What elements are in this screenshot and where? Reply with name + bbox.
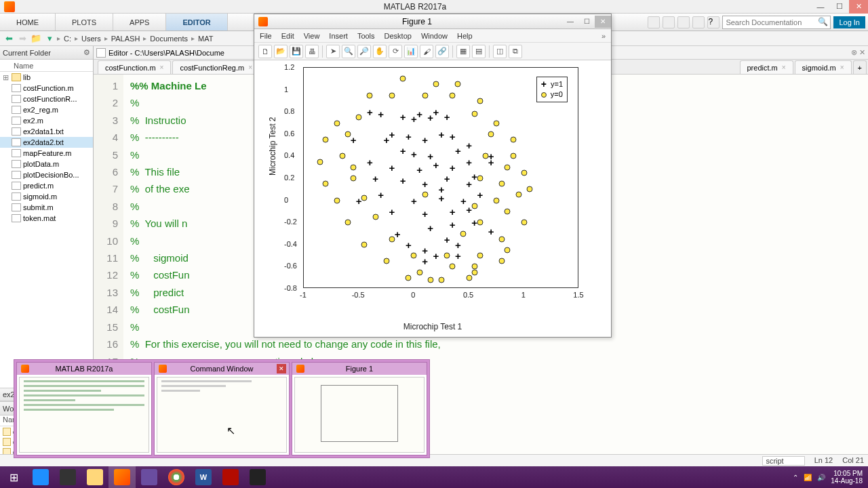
minimize-button[interactable]: — <box>811 0 830 14</box>
file-row[interactable]: sigmoid.m <box>0 191 93 202</box>
file-row[interactable]: mapFeature.m <box>0 148 93 159</box>
open-icon[interactable]: 📂 <box>274 45 288 58</box>
file-row[interactable]: ex2data1.txt <box>0 126 93 137</box>
search-icon[interactable]: 🔍 <box>818 17 828 26</box>
quick-access-icon[interactable] <box>663 16 675 28</box>
taskbar-app[interactable] <box>54 466 81 488</box>
taskbar-app-word[interactable]: W <box>190 466 217 488</box>
file-row[interactable]: plotData.m <box>0 159 93 169</box>
breadcrumb[interactable]: PALASH <box>109 35 142 43</box>
preview-close-icon[interactable]: ✕ <box>277 364 286 373</box>
tray-volume-icon[interactable]: 🔊 <box>817 474 825 481</box>
brush-icon[interactable]: 🖌 <box>420 45 433 58</box>
file-row[interactable]: costFunction.m <box>0 83 93 94</box>
zoom-in-icon[interactable]: 🔍 <box>342 45 355 58</box>
dock-icon[interactable]: ◫ <box>493 45 507 58</box>
zoom-out-icon[interactable]: 🔎 <box>357 45 371 58</box>
menu-tools[interactable]: Tools <box>357 32 375 40</box>
rotate-icon[interactable]: ⟳ <box>389 45 402 58</box>
quick-access-icon[interactable] <box>648 16 660 28</box>
pan-icon[interactable]: ✋ <box>373 45 387 58</box>
minimize-button[interactable]: — <box>562 16 578 28</box>
login-button[interactable]: Log In <box>833 16 865 28</box>
quick-access-icon[interactable] <box>692 16 705 28</box>
tab-close-icon[interactable]: × <box>840 64 844 71</box>
data-cursor-icon[interactable]: 📊 <box>404 45 418 58</box>
file-row[interactable]: costFunctionR... <box>0 94 93 104</box>
task-preview[interactable]: Figure 1 <box>292 362 427 455</box>
gear-icon[interactable]: ⚙ <box>83 48 90 57</box>
nav-dropdown-icon[interactable]: ▾ <box>43 33 56 45</box>
tab-plots[interactable]: PLOTS <box>56 14 113 30</box>
nav-fwd-icon[interactable]: ➡ <box>16 33 28 45</box>
menu-desktop[interactable]: Desktop <box>384 32 412 40</box>
editor-tab[interactable]: costFunctionReg.m× <box>172 60 260 74</box>
legend[interactable]: +y=1 y=0 <box>536 77 568 102</box>
col-name[interactable]: Name <box>0 60 93 72</box>
pointer-icon[interactable]: ➤ <box>326 45 340 58</box>
breadcrumb[interactable]: Documents <box>148 35 190 43</box>
link-icon[interactable]: 🔗 <box>435 45 449 58</box>
menu-insert[interactable]: Insert <box>329 32 348 40</box>
file-row[interactable]: ex2_reg.m <box>0 104 93 115</box>
tray-up-icon[interactable]: ⌃ <box>793 474 798 481</box>
breadcrumb[interactable]: Users <box>79 35 103 43</box>
taskbar-app-chrome[interactable] <box>163 466 190 488</box>
figure-window[interactable]: Figure 1 — ☐ ✕ File Edit View Insert Too… <box>254 14 612 338</box>
menu-edit[interactable]: Edit <box>281 32 294 40</box>
new-figure-icon[interactable]: 🗋 <box>258 45 272 58</box>
taskbar-app-acrobat[interactable] <box>217 466 244 488</box>
tray-network-icon[interactable]: 📶 <box>804 474 812 481</box>
tab-apps[interactable]: APPS <box>113 14 166 30</box>
editor-tab[interactable]: predict.m× <box>740 60 793 74</box>
file-row[interactable]: predict.m <box>0 180 93 191</box>
tab-close-icon[interactable]: × <box>248 64 252 71</box>
file-row[interactable]: token.mat <box>0 213 93 224</box>
taskbar-app[interactable] <box>244 466 271 488</box>
taskbar-app-vs[interactable] <box>136 466 163 488</box>
figure-titlebar[interactable]: Figure 1 — ☐ ✕ <box>254 14 611 29</box>
menu-view[interactable]: View <box>304 32 320 40</box>
tray-clock[interactable]: 10:05 PM14-Aug-18 <box>831 470 863 485</box>
quick-access-icon[interactable] <box>677 16 690 28</box>
save-icon[interactable]: 💾 <box>290 45 303 58</box>
print-icon[interactable]: 🖶 <box>305 45 319 58</box>
maximize-button[interactable]: ☐ <box>578 16 595 28</box>
maximize-button[interactable]: ☐ <box>830 0 849 14</box>
menu-window[interactable]: Window <box>421 32 448 40</box>
file-row[interactable]: plotDecisionBo... <box>0 169 93 180</box>
editor-tab[interactable]: costFunction.m× <box>98 60 171 74</box>
taskbar-app-ie[interactable] <box>27 466 54 488</box>
close-button[interactable]: ✕ <box>595 16 611 28</box>
legend-icon[interactable]: ▤ <box>472 45 486 58</box>
menu-help[interactable]: Help <box>457 32 473 40</box>
taskbar-app-matlab[interactable] <box>108 466 136 488</box>
taskbar-app-explorer[interactable] <box>81 466 108 488</box>
tab-close-icon[interactable]: × <box>160 64 164 71</box>
menu-file[interactable]: File <box>260 32 272 40</box>
task-preview[interactable]: Command Window✕ <box>154 362 290 455</box>
system-tray[interactable]: ⌃ 📶 🔊 10:05 PM14-Aug-18 <box>793 470 868 485</box>
start-button[interactable]: ⊞ <box>0 466 27 488</box>
nav-up-icon[interactable]: 📁 <box>30 33 42 45</box>
tab-home[interactable]: HOME <box>0 14 56 30</box>
task-preview[interactable]: MATLAB R2017a <box>16 362 152 455</box>
new-tab-button[interactable]: + <box>853 60 867 74</box>
tab-close-icon[interactable]: × <box>782 64 786 71</box>
menu-more-icon[interactable]: » <box>601 32 606 40</box>
breadcrumb[interactable]: C: <box>62 35 73 43</box>
file-row[interactable]: ex2data2.txt <box>0 137 93 148</box>
tab-editor[interactable]: EDITOR <box>166 14 227 30</box>
undock-icon[interactable]: ⧉ <box>509 45 522 58</box>
panel-close-icon[interactable]: ⊗ ✕ <box>851 48 865 57</box>
editor-tab[interactable]: sigmoid.m× <box>795 60 852 74</box>
colorbar-icon[interactable]: ▦ <box>456 45 470 58</box>
help-icon[interactable]: ? <box>707 16 719 28</box>
search-input[interactable] <box>722 16 831 29</box>
close-button[interactable]: ✕ <box>849 0 868 14</box>
file-row[interactable]: ex2.m <box>0 115 93 126</box>
file-row[interactable]: submit.m <box>0 202 93 213</box>
breadcrumb[interactable]: MAT <box>196 35 215 43</box>
file-row[interactable]: ⊞lib <box>0 72 93 83</box>
nav-back-icon[interactable]: ⬅ <box>3 33 15 45</box>
